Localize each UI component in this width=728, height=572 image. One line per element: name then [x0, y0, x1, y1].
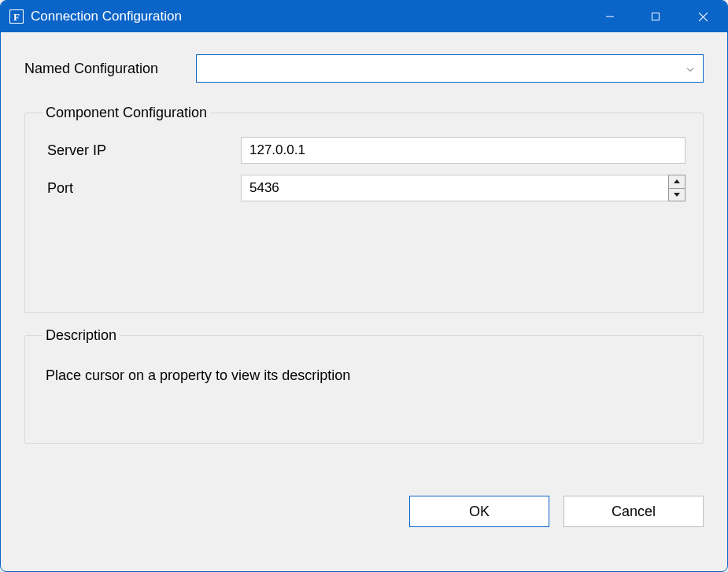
port-spin-up-button[interactable]	[669, 175, 685, 189]
description-group: Description Place cursor on a property t…	[24, 327, 704, 444]
component-configuration-legend: Component Configuration	[42, 105, 210, 121]
close-button[interactable]	[678, 1, 727, 32]
window-controls	[587, 1, 727, 32]
port-row: Port	[42, 175, 686, 201]
component-configuration-group: Component Configuration Server IP Port	[24, 105, 704, 313]
chevron-down-icon	[686, 62, 695, 76]
description-text: Place cursor on a property to view its d…	[42, 360, 686, 384]
server-ip-row: Server IP	[42, 137, 686, 164]
dialog-content: Named Configuration Component Configurat…	[1, 32, 727, 571]
svg-marker-8	[674, 193, 680, 197]
server-ip-label: Server IP	[42, 142, 241, 159]
named-configuration-row: Named Configuration	[24, 54, 704, 83]
port-spinner-buttons	[668, 175, 686, 201]
port-label: Port	[42, 180, 241, 197]
svg-marker-7	[674, 179, 680, 183]
window-title: Connection Configuration	[31, 9, 587, 24]
port-input[interactable]	[241, 175, 668, 201]
app-icon: F	[9, 9, 24, 24]
maximize-button[interactable]	[633, 1, 678, 32]
description-legend: Description	[42, 327, 120, 344]
ok-button[interactable]: OK	[409, 496, 549, 527]
minimize-button[interactable]	[587, 1, 633, 32]
port-spin-down-button[interactable]	[669, 189, 685, 201]
cancel-button[interactable]: Cancel	[564, 496, 704, 527]
server-ip-input[interactable]	[241, 137, 686, 164]
svg-rect-4	[652, 13, 660, 20]
svg-text:F: F	[13, 11, 20, 23]
named-configuration-label: Named Configuration	[24, 61, 196, 77]
named-configuration-select[interactable]	[196, 54, 704, 83]
port-spinner	[241, 175, 686, 201]
titlebar[interactable]: F Connection Configuration	[1, 1, 727, 32]
dialog-footer: OK Cancel	[24, 458, 704, 527]
dialog-window: F Connection Configuration Named Configu…	[0, 0, 728, 572]
